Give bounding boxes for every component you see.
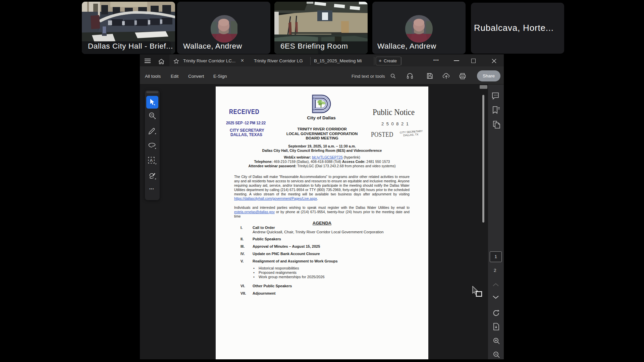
svg-text:A: A	[150, 158, 153, 163]
